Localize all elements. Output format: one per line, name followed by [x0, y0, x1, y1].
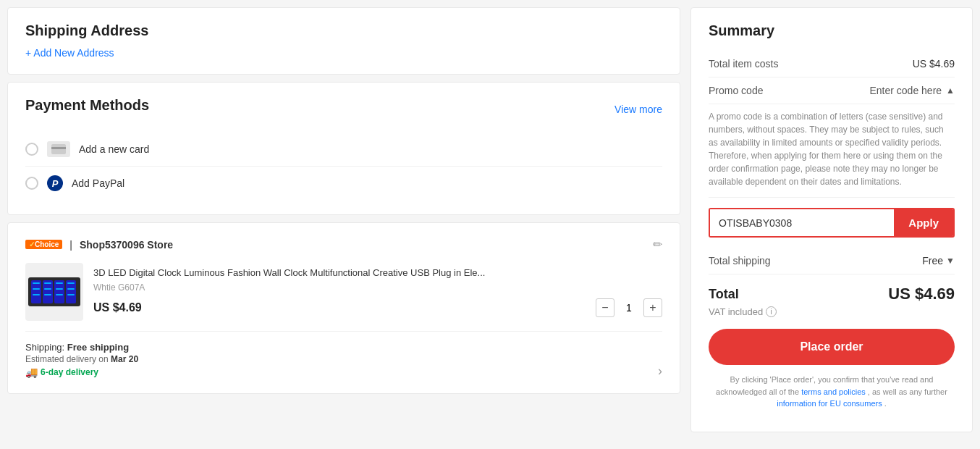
total-item-row: Total item costs US $4.69 — [709, 51, 955, 77]
info-icon[interactable]: i — [766, 306, 777, 317]
product-variant: Whtie G607A — [93, 282, 662, 293]
total-section: Total US $4.69 VAT included i Place orde… — [709, 274, 955, 417]
svg-rect-8 — [33, 288, 40, 290]
product-row: 3D LED Digital Clock Luminous Fashion Wa… — [25, 263, 662, 321]
shipping-chevron-icon: ▼ — [946, 256, 955, 266]
radio-card[interactable] — [25, 143, 38, 156]
summary-card: Summary Total item costs US $4.69 Promo … — [690, 7, 973, 432]
free-shipping-label: Shipping: Free shipping — [25, 342, 138, 353]
svg-rect-17 — [67, 288, 75, 290]
shipping-label: Shipping: — [25, 342, 64, 353]
delivery-badge: 🚚 6-day delivery — [25, 366, 98, 378]
total-item-label: Total item costs — [709, 58, 778, 70]
product-details: 3D LED Digital Clock Luminous Fashion Wa… — [93, 267, 662, 317]
delivery-date: Mar 20 — [111, 354, 138, 364]
product-title: 3D LED Digital Clock Luminous Fashion Wa… — [93, 267, 662, 280]
separator: | — [67, 239, 75, 251]
shipping-free-value: Free — [922, 255, 943, 267]
svg-rect-13 — [56, 282, 63, 284]
payment-option-card: Add a new card — [25, 133, 662, 167]
total-item-value: US $4.69 — [913, 58, 955, 70]
svg-rect-10 — [44, 282, 51, 284]
shipping-title: Shipping Address — [25, 22, 662, 39]
terms-link[interactable]: terms and policies — [801, 387, 866, 396]
svg-rect-11 — [44, 288, 51, 290]
total-shipping-row: Total shipping Free ▼ — [709, 248, 955, 274]
qty-decrease-button[interactable]: − — [596, 298, 614, 317]
credit-card-icon — [47, 141, 70, 157]
shipping-text-block: Shipping: Free shipping Estimated delive… — [25, 342, 138, 379]
promo-input-row: Apply — [709, 208, 955, 238]
store-name: Shop5370096 Store — [80, 239, 173, 251]
store-name-row: ✓Choice | Shop5370096 Store — [25, 239, 173, 251]
product-price-row: US $4.69 − 1 + — [93, 298, 662, 317]
truck-icon: 🚚 — [25, 366, 38, 378]
disclaimer: By clicking 'Place order', you confirm t… — [709, 374, 955, 410]
paypal-icon: P — [47, 175, 63, 191]
svg-rect-1 — [51, 147, 66, 149]
svg-rect-7 — [33, 282, 40, 284]
qty-increase-button[interactable]: + — [643, 298, 662, 317]
shipping-info: Shipping: Free shipping Estimated delive… — [25, 331, 662, 379]
svg-rect-16 — [67, 282, 75, 284]
chevron-up-icon: ▲ — [946, 85, 955, 96]
vat-row: VAT included i — [709, 306, 955, 317]
vat-text: VAT included — [709, 306, 763, 317]
choice-badge: ✓Choice — [25, 240, 62, 249]
product-image — [25, 263, 83, 321]
svg-rect-14 — [56, 288, 63, 290]
paypal-label: Add PayPal — [72, 177, 124, 189]
svg-rect-18 — [67, 294, 75, 295]
total-value: US $4.69 — [888, 285, 955, 303]
shipping-row-value: Free ▼ — [922, 255, 955, 267]
payment-header: Payment Methods View more — [25, 97, 662, 121]
shipping-value: Free shipping — [67, 342, 129, 353]
store-product-card: ✓Choice | Shop5370096 Store ✏ — [7, 222, 680, 394]
payment-title: Payment Methods — [25, 97, 149, 114]
product-price: US $4.69 — [93, 301, 142, 314]
right-panel: Summary Total item costs US $4.69 Promo … — [690, 7, 973, 432]
chevron-right-icon[interactable]: › — [658, 364, 662, 379]
promo-description: A promo code is a combination of letters… — [709, 104, 955, 198]
disclaimer-part3: . — [884, 399, 887, 408]
shipping-address-card: Shipping Address + Add New Address — [7, 7, 680, 75]
edit-icon[interactable]: ✏ — [653, 238, 662, 251]
qty-value: 1 — [622, 302, 636, 314]
qty-control: − 1 + — [596, 298, 662, 317]
promo-value-row[interactable]: Enter code here ▲ — [869, 85, 955, 96]
radio-paypal[interactable] — [25, 177, 38, 190]
payment-option-paypal: P Add PayPal — [25, 167, 662, 200]
disclaimer-part2: , as well as any further — [868, 387, 947, 396]
place-order-button[interactable]: Place order — [709, 329, 955, 365]
view-more-link[interactable]: View more — [614, 104, 662, 115]
est-delivery: Estimated delivery on Mar 20 — [25, 354, 138, 364]
total-label: Total — [709, 287, 739, 302]
eu-consumers-link[interactable]: information for EU consumers — [777, 399, 882, 408]
apply-button[interactable]: Apply — [894, 209, 953, 236]
promo-label: Promo code — [709, 85, 763, 96]
svg-rect-12 — [44, 294, 51, 295]
svg-rect-9 — [33, 294, 40, 295]
store-header: ✓Choice | Shop5370096 Store ✏ — [25, 238, 662, 251]
clock-svg — [28, 274, 80, 310]
total-shipping-label: Total shipping — [709, 255, 771, 267]
card-label: Add a new card — [79, 143, 149, 155]
promo-code-input[interactable] — [710, 209, 894, 236]
add-address-link[interactable]: + Add New Address — [25, 47, 114, 59]
svg-rect-15 — [56, 294, 63, 295]
promo-code-row: Promo code Enter code here ▲ — [709, 77, 955, 104]
total-row: Total US $4.69 — [709, 285, 955, 303]
delivery-days: 6-day delivery — [41, 367, 98, 377]
payment-methods-card: Payment Methods View more Add a new card… — [7, 82, 680, 215]
promo-enter-text: Enter code here — [869, 85, 942, 96]
summary-title: Summary — [709, 22, 955, 39]
